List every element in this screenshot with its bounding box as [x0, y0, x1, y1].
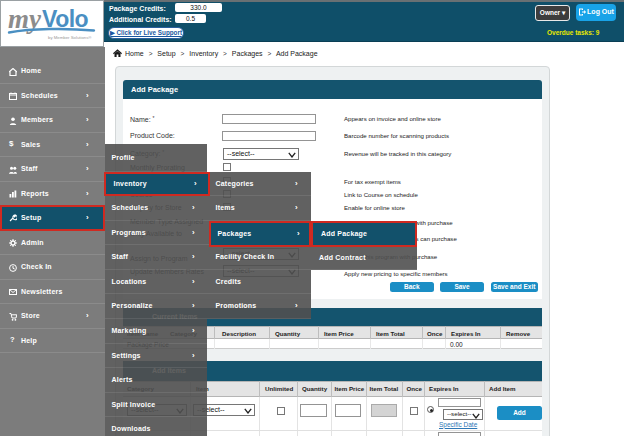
svg-text:by Member Solutions®: by Member Solutions®: [48, 35, 92, 40]
